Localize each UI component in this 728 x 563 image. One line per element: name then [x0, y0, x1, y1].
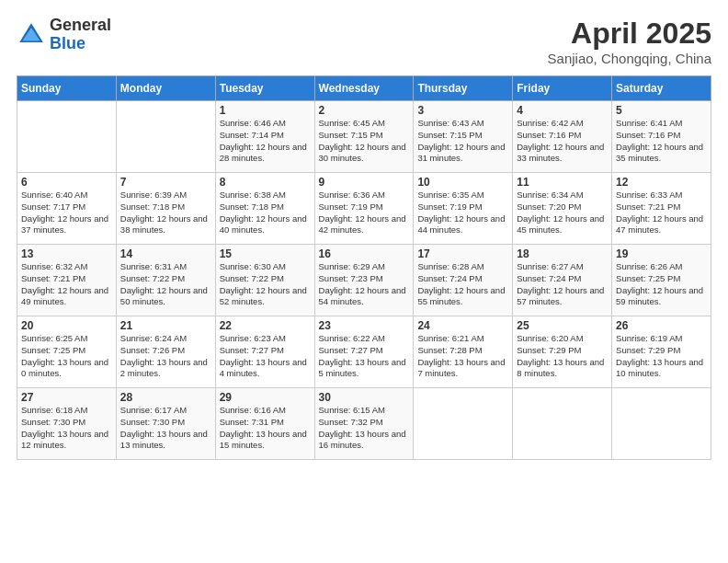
day-number: 26	[616, 319, 707, 332]
day-cell: 24Sunrise: 6:21 AM Sunset: 7:28 PM Dayli…	[414, 316, 513, 388]
week-row-2: 6Sunrise: 6:40 AM Sunset: 7:17 PM Daylig…	[17, 173, 711, 245]
day-info: Sunrise: 6:39 AM Sunset: 7:18 PM Dayligh…	[120, 190, 211, 236]
day-info: Sunrise: 6:24 AM Sunset: 7:26 PM Dayligh…	[120, 333, 211, 380]
day-number: 8	[220, 176, 311, 189]
day-info: Sunrise: 6:42 AM Sunset: 7:16 PM Dayligh…	[517, 118, 608, 165]
week-row-5: 27Sunrise: 6:18 AM Sunset: 7:30 PM Dayli…	[17, 388, 711, 460]
day-cell: 7Sunrise: 6:39 AM Sunset: 7:18 PM Daylig…	[116, 173, 215, 245]
day-cell: 18Sunrise: 6:27 AM Sunset: 7:24 PM Dayli…	[513, 245, 612, 316]
day-info: Sunrise: 6:28 AM Sunset: 7:24 PM Dayligh…	[417, 261, 508, 308]
day-info: Sunrise: 6:22 AM Sunset: 7:27 PM Dayligh…	[319, 333, 410, 380]
day-cell: 15Sunrise: 6:30 AM Sunset: 7:22 PM Dayli…	[215, 245, 314, 316]
day-cell: 30Sunrise: 6:15 AM Sunset: 7:32 PM Dayli…	[314, 388, 414, 460]
day-cell: 10Sunrise: 6:35 AM Sunset: 7:19 PM Dayli…	[414, 173, 513, 245]
day-cell: 26Sunrise: 6:19 AM Sunset: 7:29 PM Dayli…	[612, 316, 711, 388]
header-row: SundayMondayTuesdayWednesdayThursdayFrid…	[17, 76, 711, 101]
day-info: Sunrise: 6:20 AM Sunset: 7:29 PM Dayligh…	[517, 333, 608, 380]
logo-icon	[17, 20, 46, 50]
week-row-4: 20Sunrise: 6:25 AM Sunset: 7:25 PM Dayli…	[17, 316, 711, 388]
day-number: 6	[21, 176, 112, 189]
title-block: April 2025 Sanjiao, Chongqing, China	[548, 17, 711, 66]
header-cell-sunday: Sunday	[17, 76, 117, 101]
day-info: Sunrise: 6:34 AM Sunset: 7:20 PM Dayligh…	[517, 190, 608, 236]
logo-general: General	[50, 17, 111, 35]
day-number: 12	[616, 176, 707, 189]
day-cell: 21Sunrise: 6:24 AM Sunset: 7:26 PM Dayli…	[116, 316, 215, 388]
week-row-3: 13Sunrise: 6:32 AM Sunset: 7:21 PM Dayli…	[17, 245, 711, 316]
day-cell: 23Sunrise: 6:22 AM Sunset: 7:27 PM Dayli…	[314, 316, 414, 388]
day-info: Sunrise: 6:27 AM Sunset: 7:24 PM Dayligh…	[517, 261, 608, 308]
day-cell: 13Sunrise: 6:32 AM Sunset: 7:21 PM Dayli…	[17, 245, 117, 316]
day-number: 30	[319, 391, 410, 404]
day-number: 24	[417, 319, 508, 332]
day-cell: 6Sunrise: 6:40 AM Sunset: 7:17 PM Daylig…	[17, 173, 117, 245]
day-cell: 17Sunrise: 6:28 AM Sunset: 7:24 PM Dayli…	[414, 245, 513, 316]
day-info: Sunrise: 6:32 AM Sunset: 7:21 PM Dayligh…	[21, 261, 112, 308]
day-info: Sunrise: 6:41 AM Sunset: 7:16 PM Dayligh…	[616, 118, 707, 165]
day-info: Sunrise: 6:36 AM Sunset: 7:19 PM Dayligh…	[319, 190, 410, 236]
day-cell: 12Sunrise: 6:33 AM Sunset: 7:21 PM Dayli…	[612, 173, 711, 245]
day-info: Sunrise: 6:21 AM Sunset: 7:28 PM Dayligh…	[417, 333, 508, 380]
day-cell: 22Sunrise: 6:23 AM Sunset: 7:27 PM Dayli…	[215, 316, 314, 388]
week-row-1: 1Sunrise: 6:46 AM Sunset: 7:14 PM Daylig…	[17, 101, 711, 173]
day-info: Sunrise: 6:15 AM Sunset: 7:32 PM Dayligh…	[319, 405, 410, 452]
day-number: 28	[120, 391, 211, 404]
day-info: Sunrise: 6:26 AM Sunset: 7:25 PM Dayligh…	[616, 261, 707, 308]
day-cell: 27Sunrise: 6:18 AM Sunset: 7:30 PM Dayli…	[17, 388, 117, 460]
day-cell: 5Sunrise: 6:41 AM Sunset: 7:16 PM Daylig…	[612, 101, 711, 173]
day-info: Sunrise: 6:33 AM Sunset: 7:21 PM Dayligh…	[616, 190, 707, 236]
day-number: 13	[21, 247, 112, 260]
day-number: 14	[120, 247, 211, 260]
calendar-table: SundayMondayTuesdayWednesdayThursdayFrid…	[17, 75, 711, 460]
day-number: 4	[517, 104, 608, 117]
day-info: Sunrise: 6:23 AM Sunset: 7:27 PM Dayligh…	[220, 333, 311, 380]
day-number: 18	[517, 247, 608, 260]
day-number: 15	[220, 247, 311, 260]
day-cell: 1Sunrise: 6:46 AM Sunset: 7:14 PM Daylig…	[215, 101, 314, 173]
day-info: Sunrise: 6:16 AM Sunset: 7:31 PM Dayligh…	[220, 405, 311, 452]
day-cell: 29Sunrise: 6:16 AM Sunset: 7:31 PM Dayli…	[215, 388, 314, 460]
day-number: 20	[21, 319, 112, 332]
day-number: 29	[220, 391, 311, 404]
day-info: Sunrise: 6:30 AM Sunset: 7:22 PM Dayligh…	[220, 261, 311, 308]
day-cell	[17, 101, 117, 173]
day-cell	[116, 101, 215, 173]
header-cell-tuesday: Tuesday	[215, 76, 314, 101]
day-info: Sunrise: 6:46 AM Sunset: 7:14 PM Dayligh…	[220, 118, 311, 165]
day-cell: 9Sunrise: 6:36 AM Sunset: 7:19 PM Daylig…	[314, 173, 414, 245]
day-cell: 2Sunrise: 6:45 AM Sunset: 7:15 PM Daylig…	[314, 101, 414, 173]
day-number: 5	[616, 104, 707, 117]
calendar-subtitle: Sanjiao, Chongqing, China	[548, 51, 711, 66]
day-number: 27	[21, 391, 112, 404]
day-info: Sunrise: 6:31 AM Sunset: 7:22 PM Dayligh…	[120, 261, 211, 308]
day-number: 19	[616, 247, 707, 260]
day-number: 23	[319, 319, 410, 332]
day-number: 16	[319, 247, 410, 260]
day-number: 25	[517, 319, 608, 332]
day-number: 11	[517, 176, 608, 189]
day-number: 9	[319, 176, 410, 189]
day-info: Sunrise: 6:29 AM Sunset: 7:23 PM Dayligh…	[319, 261, 410, 308]
day-number: 22	[220, 319, 311, 332]
day-cell: 19Sunrise: 6:26 AM Sunset: 7:25 PM Dayli…	[612, 245, 711, 316]
day-number: 17	[417, 247, 508, 260]
day-cell: 28Sunrise: 6:17 AM Sunset: 7:30 PM Dayli…	[116, 388, 215, 460]
day-info: Sunrise: 6:40 AM Sunset: 7:17 PM Dayligh…	[21, 190, 112, 236]
day-info: Sunrise: 6:38 AM Sunset: 7:18 PM Dayligh…	[220, 190, 311, 236]
day-cell: 14Sunrise: 6:31 AM Sunset: 7:22 PM Dayli…	[116, 245, 215, 316]
header-cell-saturday: Saturday	[612, 76, 711, 101]
day-info: Sunrise: 6:19 AM Sunset: 7:29 PM Dayligh…	[616, 333, 707, 380]
header-cell-friday: Friday	[513, 76, 612, 101]
day-number: 7	[120, 176, 211, 189]
day-cell: 8Sunrise: 6:38 AM Sunset: 7:18 PM Daylig…	[215, 173, 314, 245]
day-info: Sunrise: 6:25 AM Sunset: 7:25 PM Dayligh…	[21, 333, 112, 380]
day-info: Sunrise: 6:35 AM Sunset: 7:19 PM Dayligh…	[417, 190, 508, 236]
day-cell: 4Sunrise: 6:42 AM Sunset: 7:16 PM Daylig…	[513, 101, 612, 173]
page: General Blue April 2025 Sanjiao, Chongqi…	[0, 0, 728, 563]
day-cell	[414, 388, 513, 460]
day-info: Sunrise: 6:18 AM Sunset: 7:30 PM Dayligh…	[21, 405, 112, 452]
day-number: 2	[319, 104, 410, 117]
day-number: 3	[417, 104, 508, 117]
day-number: 1	[220, 104, 311, 117]
day-cell	[612, 388, 711, 460]
